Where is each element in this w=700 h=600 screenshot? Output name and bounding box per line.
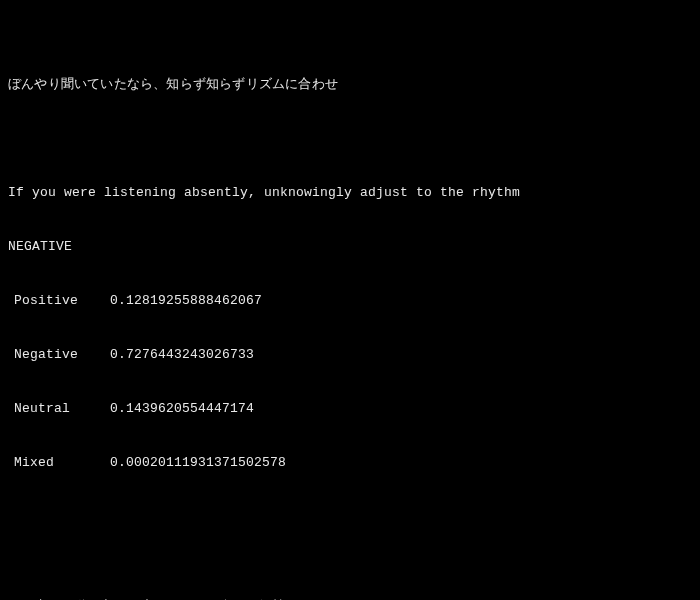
translated-text-en: If you were listening absently, unknowin… <box>8 184 692 202</box>
sentiment-overall: NEGATIVE <box>8 238 692 256</box>
score-row-positive: Positive 0.12819255888462067 <box>8 292 692 310</box>
blank-line <box>8 130 692 148</box>
source-text-jp: ぼんやり聞いていたなら、知らず知らずリズムに合わせ <box>8 76 692 94</box>
blank-line <box>8 508 692 526</box>
score-value: 0.12819255888462067 <box>110 292 692 310</box>
score-row-mixed: Mixed 0.00020111931371502578 <box>8 454 692 472</box>
score-row-neutral: Neutral 0.1439620554447174 <box>8 400 692 418</box>
score-value: 0.1439620554447174 <box>110 400 692 418</box>
score-label: Positive <box>8 292 110 310</box>
score-label: Neutral <box>8 400 110 418</box>
score-value: 0.00020111931371502578 <box>110 454 692 472</box>
score-value: 0.7276443243026733 <box>110 346 692 364</box>
terminal-output: ぼんやり聞いていたなら、知らず知らずリズムに合わせ If you were li… <box>0 0 700 600</box>
score-row-negative: Negative 0.7276443243026733 <box>8 346 692 364</box>
score-label: Negative <box>8 346 110 364</box>
score-label: Mixed <box>8 454 110 472</box>
